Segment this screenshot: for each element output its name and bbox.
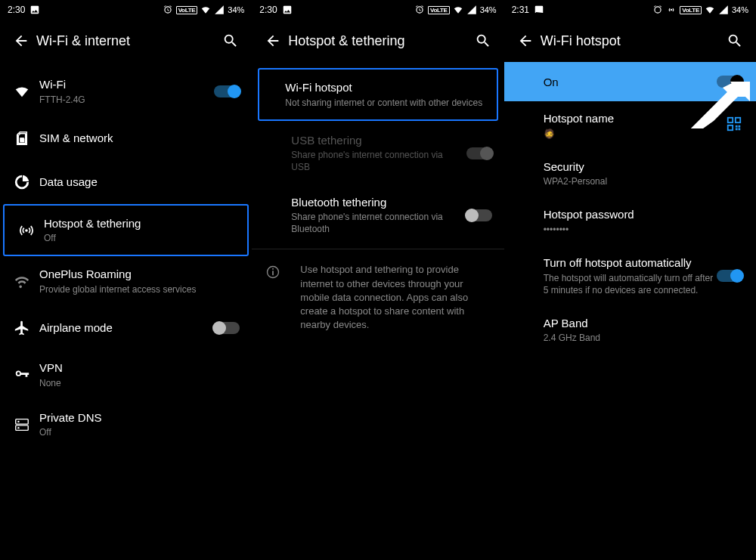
on-label: On: [544, 76, 559, 88]
data-usage-icon: [14, 174, 30, 190]
roaming-item[interactable]: OnePlus Roaming Provide global internet …: [0, 256, 252, 306]
wifi-hotspot-label: Wi-Fi hotspot: [285, 80, 484, 95]
security-label: Security: [544, 159, 742, 175]
roaming-sub: Provide global internet access services: [39, 283, 240, 295]
airplane-toggle[interactable]: [214, 322, 240, 334]
alarm-icon: [652, 5, 663, 15]
hotspot-on-toggle[interactable]: [717, 76, 742, 88]
svg-point-6: [17, 427, 19, 429]
battery-percent: 34%: [732, 5, 748, 14]
bt-toggle[interactable]: [466, 209, 492, 221]
alarm-icon: [163, 5, 173, 15]
clock: 2:30: [259, 5, 277, 15]
bt-sub: Share phone's internet connection via Bl…: [291, 211, 458, 235]
vpn-item[interactable]: VPN None: [0, 350, 252, 400]
search-button[interactable]: [468, 26, 498, 56]
wifi-item[interactable]: Wi-Fi FTTH-2.4G: [0, 67, 252, 116]
back-arrow-icon: [517, 32, 534, 49]
password-value: ••••••••: [544, 224, 742, 236]
svg-rect-9: [272, 268, 274, 270]
svg-rect-15: [738, 125, 740, 128]
bt-label: Bluetooth tethering: [291, 195, 458, 210]
svg-rect-14: [736, 125, 738, 128]
app-bar: Wi-Fi hotspot: [504, 20, 756, 62]
wifi-sub: FTTH-2.4G: [39, 94, 206, 106]
airplane-icon: [14, 320, 30, 336]
info-icon: [265, 265, 280, 280]
auto-off-label: Turn off hotspot automatically: [544, 255, 717, 271]
screen-wifi-internet: 2:30 VoLTE 34% Wi-Fi & internet Wi-Fi FT…: [0, 0, 252, 560]
status-bar: 2:30 VoLTE 34%: [0, 0, 252, 20]
image-icon: [29, 5, 40, 15]
volte-badge: VoLTE: [680, 6, 702, 14]
volte-badge: VoLTE: [428, 6, 450, 14]
back-button[interactable]: [6, 26, 36, 56]
ap-band-item[interactable]: AP Band 2.4 GHz Band: [504, 306, 756, 354]
back-button[interactable]: [510, 26, 541, 56]
screen-hotspot-tethering: 2:30 VoLTE 34% Hotspot & tethering Wi-Fi…: [252, 0, 503, 560]
search-icon: [222, 32, 239, 49]
data-label: Data usage: [39, 175, 240, 190]
bt-tethering-item[interactable]: Bluetooth tethering Share phone's intern…: [252, 184, 503, 246]
cellular-signal-icon: [718, 5, 729, 15]
image-icon: [534, 5, 544, 15]
password-item[interactable]: Hotspot password ••••••••: [504, 197, 756, 246]
security-value: WPA2-Personal: [544, 175, 742, 187]
clock: 2:31: [512, 5, 529, 15]
svg-point-10: [671, 9, 672, 11]
vpn-label: VPN: [39, 360, 240, 376]
roaming-icon: [14, 273, 30, 289]
search-icon: [727, 32, 743, 49]
search-button[interactable]: [720, 26, 750, 56]
qr-code-button[interactable]: [726, 116, 742, 135]
airplane-item[interactable]: Airplane mode: [0, 306, 252, 350]
svg-rect-11: [728, 118, 733, 122]
hotspot-name-item[interactable]: Hotspot name 🧔: [504, 101, 756, 150]
auto-off-sub: The hotspot will automatically turn off …: [544, 272, 717, 296]
dns-item[interactable]: Private DNS Off: [0, 400, 252, 450]
wifi-label: Wi-Fi: [39, 77, 206, 92]
info-text: Use hotspot and tethering to provide int…: [300, 263, 491, 332]
divider: [252, 249, 503, 249]
alarm-icon: [414, 5, 425, 15]
dns-label: Private DNS: [39, 410, 240, 425]
sim-network-item[interactable]: SIM & network: [0, 116, 252, 160]
search-button[interactable]: [215, 26, 246, 56]
battery-percent: 34%: [228, 5, 244, 14]
sim-icon: [14, 130, 30, 147]
hotspot-label: Hotspot & tethering: [44, 216, 235, 231]
security-item[interactable]: Security WPA2-Personal: [504, 150, 756, 198]
auto-off-toggle[interactable]: [717, 270, 742, 282]
wifi-hotspot-item[interactable]: Wi-Fi hotspot Not sharing internet or co…: [258, 68, 497, 121]
data-usage-item[interactable]: Data usage: [0, 160, 252, 204]
svg-rect-16: [736, 128, 738, 130]
sim-label: SIM & network: [39, 131, 240, 146]
svg-rect-8: [272, 271, 274, 276]
hotspot-on-banner[interactable]: On: [504, 62, 756, 101]
hotspot-sub: Off: [44, 232, 235, 244]
settings-list: Wi-Fi FTTH-2.4G SIM & network Data usage…: [0, 62, 252, 449]
status-bar: 2:31 VoLTE 34%: [504, 0, 756, 20]
back-button[interactable]: [258, 26, 288, 56]
wifi-icon: [14, 83, 30, 100]
roaming-label: OnePlus Roaming: [39, 267, 240, 282]
hotspot-name-label: Hotspot name: [544, 111, 726, 126]
auto-off-item[interactable]: Turn off hotspot automatically The hotsp…: [504, 246, 756, 306]
svg-rect-12: [736, 118, 740, 122]
vpn-sub: None: [39, 377, 240, 389]
settings-list: Wi-Fi hotspot Not sharing internet or co…: [252, 62, 503, 342]
svg-rect-13: [728, 125, 733, 130]
page-title: Wi-Fi hotspot: [541, 33, 720, 49]
wifi-toggle[interactable]: [214, 85, 240, 97]
info-row: Use hotspot and tethering to provide int…: [252, 252, 503, 342]
hotspot-tethering-item[interactable]: Hotspot & tethering Off: [3, 204, 249, 257]
search-icon: [475, 32, 491, 49]
ap-band-label: AP Band: [544, 316, 742, 331]
cellular-signal-icon: [466, 5, 477, 15]
hotspot-name-value: 🧔: [544, 128, 726, 140]
back-arrow-icon: [13, 32, 29, 49]
usb-tethering-item: USB tethering Share phone's internet con…: [252, 122, 503, 184]
vpn-key-icon: [14, 367, 30, 383]
usb-toggle: [466, 147, 492, 159]
clock: 2:30: [8, 5, 25, 15]
